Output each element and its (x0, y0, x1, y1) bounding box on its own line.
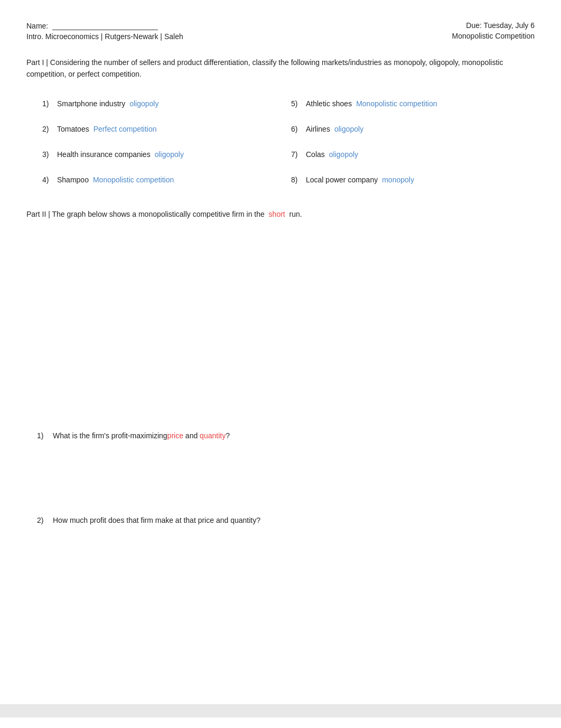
question-number: 6) (291, 125, 302, 133)
question-number: 2) (37, 516, 48, 524)
question-number: 1) (42, 99, 53, 108)
question-number: 3) (42, 150, 53, 159)
part-ii-questions: 1) What is the firm's profit-maximizingp… (37, 421, 535, 548)
question-number: 1) (37, 431, 48, 440)
name-underline (52, 21, 158, 30)
question-label: Shampoo (57, 176, 89, 184)
q1-word2: quantity (200, 431, 226, 440)
question-label: Health insurance companies (57, 150, 151, 159)
footer-bar (0, 704, 561, 717)
question-number: 7) (291, 150, 302, 159)
q1-text-after: ? (226, 431, 230, 440)
topic-label: Monopolistic Competition (452, 32, 535, 40)
answer-value: oligopoly (155, 150, 184, 159)
answer-value: Monopolistic competition (356, 99, 437, 108)
question-number: 5) (291, 99, 302, 108)
question-number: 8) (291, 176, 302, 184)
question-text: What is the firm's profit-maximizingpric… (53, 431, 230, 440)
list-item: 8) Local power company monopoly (286, 167, 535, 192)
graph-area (26, 231, 535, 410)
answer-value: Perfect competition (94, 125, 157, 133)
part-ii-intro-before: Part II | The graph below shows a monopo… (26, 210, 265, 218)
header-right: Due: Tuesday, July 6 Monopolistic Compet… (452, 21, 535, 40)
part-i-intro: Part I | Considering the number of selle… (26, 57, 535, 80)
question-number: 2) (42, 125, 53, 133)
part-ii-intro: Part II | The graph below shows a monopo… (26, 208, 535, 220)
q1-word1: price (167, 431, 183, 440)
list-item: 6) Airlines oligopoly (286, 116, 535, 142)
course-label: Intro. Microeconomics | Rutgers-Newark |… (26, 32, 183, 41)
list-item: 5) Athletic shoes Monopolistic competiti… (286, 91, 535, 116)
question-label: Local power company (306, 176, 378, 184)
list-item: 3) Health insurance companies oligopoly (37, 142, 286, 167)
part-i-questions-grid: 1) Smartphone industry oligopoly 5) Athl… (37, 91, 535, 192)
answer-value: oligopoly (329, 150, 358, 159)
list-item: 1) Smartphone industry oligopoly (37, 91, 286, 116)
due-label: Due: Tuesday, July 6 (466, 21, 535, 30)
question-number: 4) (42, 176, 53, 184)
part-ii-highlight: short (269, 210, 285, 218)
answer-value: Monopolistic competition (93, 176, 174, 184)
question-label: Smartphone industry (57, 99, 125, 108)
q1-text-before: What is the firm's profit-maximizing (53, 431, 167, 440)
name-line: Name: (26, 21, 183, 30)
list-item: 2) Tomatoes Perfect competition (37, 116, 286, 142)
answer-value: oligopoly (334, 125, 363, 133)
list-item: 7) Colas oligopoly (286, 142, 535, 167)
list-item: 2) How much profit does that firm make a… (37, 505, 535, 548)
list-item: 4) Shampoo Monopolistic competition (37, 167, 286, 192)
question-label: Colas (306, 150, 325, 159)
part-ii-intro-after: run. (289, 210, 302, 218)
question-label: Airlines (306, 125, 330, 133)
question-label: Tomatoes (57, 125, 89, 133)
q1-text-between: and (185, 431, 200, 440)
answer-value: monopoly (382, 176, 414, 184)
question-text: How much profit does that firm make at t… (53, 516, 260, 524)
header-left: Name: Intro. Microeconomics | Rutgers-Ne… (26, 21, 183, 41)
name-label: Name: (26, 22, 48, 30)
page-header: Name: Intro. Microeconomics | Rutgers-Ne… (26, 21, 535, 41)
list-item: 1) What is the firm's profit-maximizingp… (37, 421, 535, 463)
question-label: Athletic shoes (306, 99, 352, 108)
answer-value: oligopoly (129, 99, 158, 108)
